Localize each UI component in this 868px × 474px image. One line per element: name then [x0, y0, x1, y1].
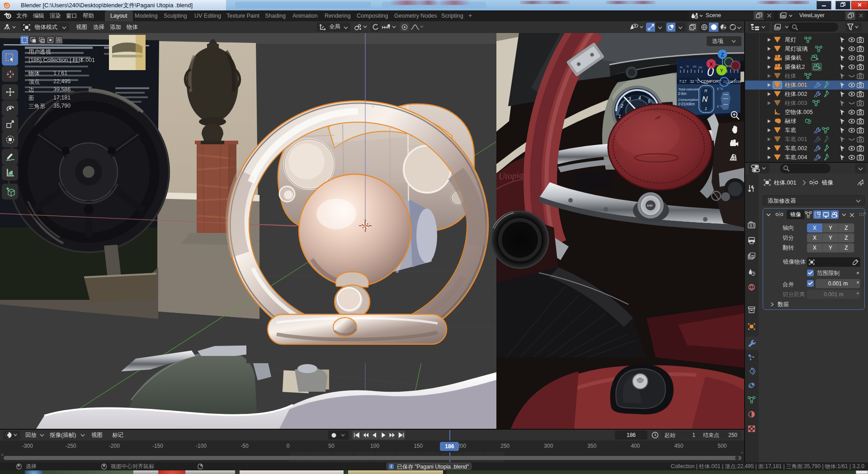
svg-text:70: 70	[686, 65, 689, 68]
svg-text:7:17: 7:17	[679, 79, 687, 84]
svg-text:3: 3	[628, 97, 631, 102]
svg-text:0 km: 0 km	[678, 91, 686, 96]
svg-text:Y: Y	[720, 68, 723, 73]
svg-text:5: 5	[648, 99, 651, 104]
svg-text:32 °C: 32 °C	[690, 79, 699, 84]
svg-text:0 l/100km: 0 l/100km	[678, 102, 695, 106]
svg-text:2: 2	[620, 104, 623, 109]
svg-text:Consumption: Consumption	[678, 98, 698, 102]
svg-text:Total odometer: Total odometer	[678, 87, 701, 91]
svg-text:Z: Z	[721, 52, 724, 57]
svg-text:X: X	[709, 62, 713, 67]
svg-text:130: 130	[693, 65, 697, 68]
svg-text:180: 180	[698, 66, 703, 69]
svg-text:A/M: A/M	[647, 204, 653, 207]
svg-text:40: 40	[680, 66, 683, 69]
svg-text:4: 4	[638, 95, 641, 100]
